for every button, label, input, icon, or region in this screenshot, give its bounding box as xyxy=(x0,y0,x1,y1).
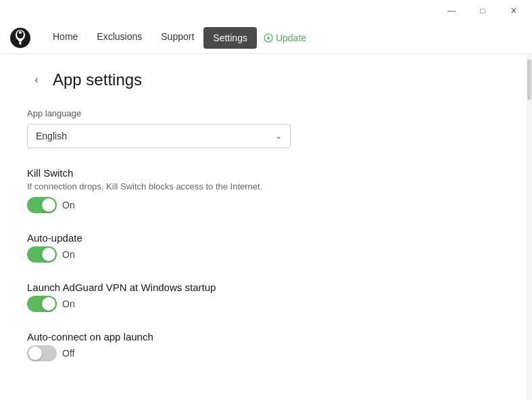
svg-point-3 xyxy=(19,31,22,34)
titlebar: — □ ✕ xyxy=(0,0,532,22)
nav-update[interactable]: Update xyxy=(257,32,313,43)
scrollbar[interactable] xyxy=(527,54,532,400)
auto-connect-toggle[interactable] xyxy=(27,345,57,361)
kill-switch-state: On xyxy=(62,200,75,210)
auto-connect-knob xyxy=(28,347,42,360)
scrollbar-thumb[interactable] xyxy=(527,60,531,100)
svg-rect-5 xyxy=(20,41,22,45)
auto-connect-state: Off xyxy=(62,348,74,359)
kill-switch-toggle-row: On xyxy=(27,197,500,213)
auto-update-title: Auto-update xyxy=(27,232,500,244)
nav-settings[interactable]: Settings xyxy=(203,27,257,49)
minimize-button[interactable]: — xyxy=(436,0,467,22)
back-button[interactable]: ‹ xyxy=(27,70,46,89)
launch-startup-knob xyxy=(42,297,55,311)
auto-connect-section: Auto-connect on app launch Off xyxy=(27,331,500,361)
auto-connect-toggle-row: Off xyxy=(27,345,500,361)
auto-update-section: Auto-update On xyxy=(27,232,500,263)
page-title: App settings xyxy=(53,70,142,89)
auto-update-toggle[interactable] xyxy=(27,246,57,263)
auto-update-toggle-row: On xyxy=(27,246,500,263)
launch-startup-title: Launch AdGuard VPN at Windows startup xyxy=(27,282,500,293)
launch-startup-section: Launch AdGuard VPN at Windows startup On xyxy=(27,282,500,312)
language-dropdown[interactable]: English ⌄ xyxy=(27,124,291,148)
kill-switch-desc: If connection drops, Kill Switch blocks … xyxy=(27,181,500,192)
kill-switch-title: Kill Switch xyxy=(27,167,500,179)
auto-connect-title: Auto-connect on app launch xyxy=(27,331,500,342)
content-wrapper: ‹ App settings App language English ⌄ Ki… xyxy=(0,54,532,400)
launch-startup-state: On xyxy=(62,298,75,309)
language-selected: English xyxy=(36,131,67,141)
nav-home[interactable]: Home xyxy=(43,22,87,54)
launch-startup-toggle[interactable] xyxy=(27,296,57,312)
nav-exclusions[interactable]: Exclusions xyxy=(87,22,151,54)
maximize-button[interactable]: □ xyxy=(467,0,498,22)
kill-switch-section: Kill Switch If connection drops, Kill Sw… xyxy=(27,167,500,213)
main-content: ‹ App settings App language English ⌄ Ki… xyxy=(0,54,527,400)
app-language-label: App language xyxy=(27,108,500,118)
app-language-section: App language English ⌄ xyxy=(27,108,500,148)
launch-startup-toggle-row: On xyxy=(27,296,500,312)
app-logo xyxy=(8,26,32,50)
dropdown-arrow-icon: ⌄ xyxy=(275,131,282,141)
nav-support[interactable]: Support xyxy=(151,22,203,54)
svg-rect-4 xyxy=(18,39,22,41)
auto-update-state: On xyxy=(62,249,75,260)
close-button[interactable]: ✕ xyxy=(498,0,529,22)
page-header: ‹ App settings xyxy=(27,70,500,89)
navbar: Home Exclusions Support Settings Update xyxy=(0,22,532,54)
auto-update-knob xyxy=(42,248,55,261)
kill-switch-knob xyxy=(42,198,55,212)
update-label: Update xyxy=(276,32,306,43)
kill-switch-toggle[interactable] xyxy=(27,197,57,213)
